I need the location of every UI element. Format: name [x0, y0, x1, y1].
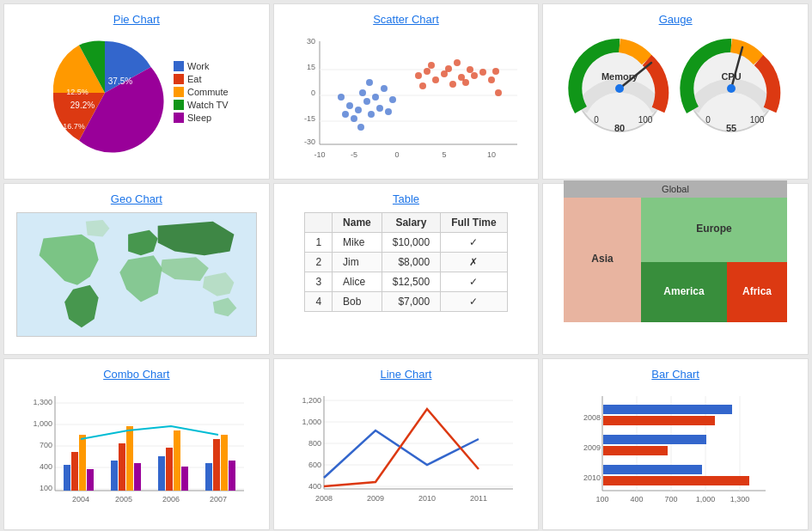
cell-fulltime: ✓: [441, 292, 507, 312]
svg-text:Global: Global: [662, 184, 689, 194]
line-chart-card: Line Chart 1,200 1,000 800 600 400 2008 …: [273, 358, 540, 530]
legend-watchtv: Watch TV: [174, 100, 229, 110]
svg-rect-95: [205, 463, 212, 491]
svg-text:700: 700: [665, 495, 678, 504]
legend-watchtv-color: [174, 100, 184, 110]
cell-num: 4: [305, 292, 333, 312]
svg-text:400: 400: [631, 495, 644, 504]
svg-rect-91: [158, 456, 165, 491]
pie-chart-title[interactable]: Pie Chart: [113, 13, 160, 26]
legend-sleep-color: [174, 113, 184, 123]
svg-text:2010: 2010: [583, 473, 601, 482]
svg-point-38: [445, 65, 452, 72]
svg-text:CPU: CPU: [722, 71, 742, 82]
table-card: Table Name Salary Full Time 1 Mike $10,0…: [273, 183, 540, 355]
svg-rect-83: [64, 465, 70, 491]
svg-rect-94: [181, 467, 188, 491]
svg-point-34: [449, 81, 456, 88]
svg-text:30: 30: [307, 37, 315, 46]
gauge-title[interactable]: Gauge: [659, 13, 693, 26]
gauges-container: Memory 0 80 100 CPU 0 55 100: [568, 33, 783, 136]
svg-text:80: 80: [614, 123, 625, 133]
svg-rect-133: [603, 476, 749, 485]
legend-eat: Eat: [174, 74, 229, 84]
legend-work-color: [174, 61, 184, 71]
svg-text:100: 100: [750, 115, 765, 125]
line-chart-title[interactable]: Line Chart: [381, 368, 432, 381]
svg-point-37: [428, 62, 435, 69]
col-header-num: [305, 213, 333, 233]
pie-label-work: 37.5%: [108, 76, 132, 86]
svg-text:100: 100: [40, 484, 52, 492]
cell-salary: $12,500: [382, 272, 440, 292]
svg-point-23: [342, 111, 349, 118]
svg-rect-129: [603, 416, 715, 425]
legend-work: Work: [174, 61, 229, 71]
svg-rect-89: [126, 426, 133, 491]
svg-text:1,000: 1,000: [302, 418, 322, 426]
svg-point-49: [615, 84, 624, 93]
cell-name: Mike: [333, 233, 382, 253]
svg-text:Memory: Memory: [601, 71, 638, 82]
svg-rect-90: [134, 463, 141, 491]
svg-point-19: [346, 102, 353, 109]
svg-text:2007: 2007: [210, 495, 227, 504]
pie-chart-card: Pie Chart 37.5% 29.2% 16.7% 12.5%: [3, 3, 270, 180]
svg-text:0: 0: [594, 115, 599, 125]
svg-point-36: [467, 66, 473, 73]
cell-salary: $10,000: [382, 233, 440, 253]
svg-text:2008: 2008: [583, 413, 601, 422]
svg-point-43: [419, 82, 426, 89]
legend-eat-label: Eat: [187, 74, 202, 84]
svg-text:America: America: [663, 285, 705, 297]
bar-chart-title[interactable]: Bar Chart: [651, 368, 699, 381]
svg-text:Asia: Asia: [591, 253, 614, 265]
svg-point-24: [385, 108, 392, 115]
svg-text:2009: 2009: [583, 443, 601, 452]
svg-point-15: [363, 98, 370, 105]
table-title[interactable]: Table: [393, 192, 419, 205]
svg-rect-98: [229, 461, 235, 491]
svg-text:2011: 2011: [470, 494, 487, 503]
col-header-name: Name: [333, 213, 382, 233]
col-header-fulltime: Full Time: [441, 213, 507, 233]
combo-chart-title[interactable]: Combo Chart: [103, 368, 169, 381]
scatter-chart-title[interactable]: Scatter Chart: [373, 13, 439, 26]
svg-text:-15: -15: [304, 114, 315, 123]
scatter-chart-card: Scatter Chart 30 15 0 -15 -30 -10 -5 0 5…: [273, 3, 540, 180]
svg-point-26: [338, 94, 345, 101]
svg-text:15: 15: [307, 63, 315, 71]
legend-sleep: Sleep: [174, 113, 229, 123]
svg-point-32: [432, 76, 439, 83]
legend-sleep-label: Sleep: [187, 113, 211, 123]
svg-text:5: 5: [443, 150, 447, 159]
svg-rect-97: [221, 435, 228, 491]
cell-fulltime: ✓: [441, 272, 507, 292]
svg-text:2010: 2010: [418, 494, 436, 503]
svg-rect-130: [603, 435, 706, 444]
svg-text:Europe: Europe: [696, 223, 732, 235]
svg-point-30: [415, 72, 422, 79]
legend-watchtv-label: Watch TV: [187, 100, 229, 110]
cell-num: 3: [305, 272, 333, 292]
svg-point-40: [462, 79, 469, 86]
svg-text:0: 0: [705, 115, 711, 125]
legend-commute: Commute: [174, 87, 229, 97]
svg-text:2005: 2005: [115, 495, 132, 504]
svg-point-16: [355, 107, 362, 113]
legend-commute-color: [174, 87, 184, 97]
svg-text:400: 400: [40, 462, 52, 471]
memory-gauge-svg: Memory 0 80 100: [568, 33, 671, 136]
line-svg: 1,200 1,000 800 600 400 2008 2009 2010 2…: [294, 388, 517, 521]
svg-point-56: [727, 84, 736, 93]
svg-rect-88: [119, 443, 125, 491]
svg-rect-85: [79, 435, 86, 491]
svg-text:1,000: 1,000: [696, 495, 716, 504]
svg-point-17: [368, 111, 375, 118]
svg-rect-96: [213, 439, 220, 491]
svg-text:55: 55: [726, 123, 736, 133]
geo-chart-title[interactable]: Geo Chart: [111, 192, 162, 205]
treemap-card: Treemap Global Asia Europe: [542, 183, 809, 355]
svg-text:-30: -30: [304, 137, 315, 146]
svg-text:0: 0: [395, 150, 400, 159]
